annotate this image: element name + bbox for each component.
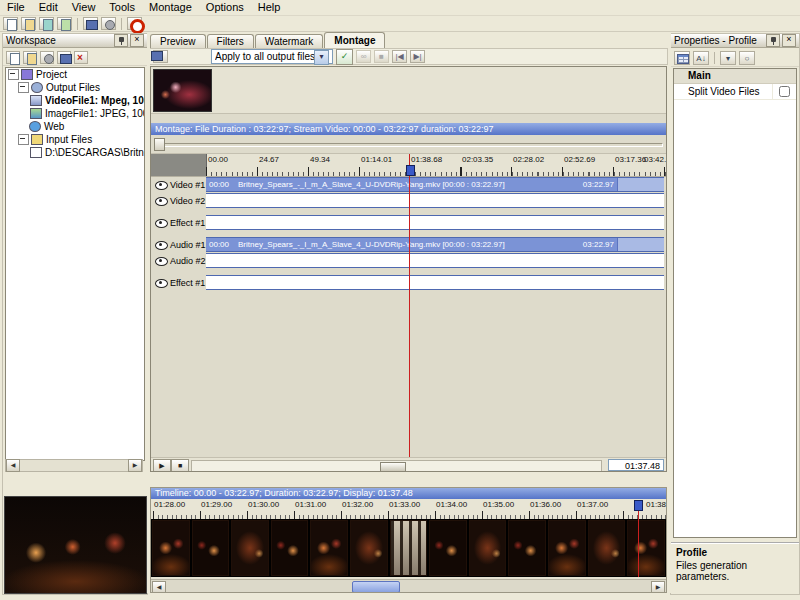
eye-icon[interactable] <box>155 279 168 288</box>
tree-item-output-files[interactable]: Output Files <box>16 81 144 94</box>
timeline-horizontal-scrollbar[interactable]: ◀ ▶ <box>151 579 666 593</box>
menu-options[interactable]: Options <box>199 0 251 15</box>
expander-icon[interactable] <box>18 82 29 93</box>
menu-montage[interactable]: Montage <box>142 0 199 15</box>
close-icon[interactable]: × <box>782 34 796 47</box>
scroll-right-icon[interactable]: ▶ <box>128 459 142 472</box>
left-splitter[interactable] <box>147 33 150 593</box>
remove-file-icon[interactable]: × <box>74 51 88 64</box>
scroll-right-icon[interactable]: ▶ <box>651 581 665 593</box>
montage-mode-icon[interactable] <box>83 17 98 30</box>
tree-horizontal-scrollbar[interactable]: ◀ ▶ <box>5 459 143 472</box>
montage-zoom-slider[interactable] <box>151 137 666 150</box>
close-icon[interactable]: × <box>130 34 144 47</box>
output-files-icon <box>31 82 43 93</box>
montage-horizontal-scrollbar[interactable] <box>191 460 602 472</box>
split-clip-icon[interactable]: ■ <box>374 50 389 63</box>
add-file-icon[interactable] <box>57 17 72 30</box>
audio-clip[interactable]: 00:00 Britney_Spears_-_I_m_A_Slave_4_U-D… <box>206 238 664 251</box>
cut-icon[interactable] <box>57 51 71 64</box>
split-video-checkbox[interactable] <box>779 86 790 97</box>
video-clip[interactable]: 00:00 Britney_Spears_-_I_m_A_Slave_4_U-D… <box>206 178 664 191</box>
settings-icon[interactable] <box>101 17 116 30</box>
record-convert-icon[interactable] <box>127 17 142 30</box>
apply-scope-dropdown[interactable]: Apply to all output files ▾ <box>211 49 333 64</box>
timeline-position-marker[interactable] <box>634 500 643 511</box>
apply-check-icon[interactable]: ✓ <box>336 49 353 65</box>
eye-icon[interactable] <box>155 181 168 190</box>
track-lane[interactable] <box>206 275 664 290</box>
eye-icon[interactable] <box>155 219 168 228</box>
film-frame[interactable] <box>310 520 348 576</box>
scroll-left-icon[interactable]: ◀ <box>152 581 166 593</box>
film-frame[interactable] <box>588 520 626 576</box>
film-frame[interactable] <box>627 520 665 576</box>
tree-item-videofile1[interactable]: VideoFile1: Mpeg, 100% <box>30 94 144 107</box>
save-project-icon[interactable] <box>39 17 54 30</box>
film-frame[interactable] <box>192 520 230 576</box>
montage-position-marker[interactable] <box>406 165 415 176</box>
add-input-file-icon[interactable] <box>23 51 37 64</box>
track-lane[interactable]: 00:00 Britney_Spears_-_I_m_A_Slave_4_U-D… <box>206 237 664 252</box>
chevron-down-icon[interactable]: ▾ <box>314 50 329 65</box>
current-time-display[interactable]: 01:37.48 <box>608 459 664 471</box>
menu-file[interactable]: File <box>0 0 32 15</box>
add-output-file-icon[interactable] <box>6 51 20 64</box>
alphabetical-sort-icon[interactable]: A↓ <box>693 51 709 65</box>
film-frame[interactable] <box>390 520 428 576</box>
eye-icon[interactable] <box>155 197 168 206</box>
film-frame[interactable] <box>350 520 388 576</box>
categorized-view-icon[interactable] <box>674 51 690 65</box>
pin-icon[interactable] <box>766 34 780 47</box>
tab-watermark[interactable]: Watermark <box>255 34 324 48</box>
reset-circle-icon[interactable]: ○ <box>739 51 755 65</box>
scrollbar-thumb[interactable] <box>352 581 400 593</box>
film-frame[interactable] <box>152 520 190 576</box>
right-splitter[interactable] <box>668 33 671 593</box>
expander-icon[interactable] <box>18 134 29 145</box>
timeline-playhead[interactable] <box>638 501 639 577</box>
montage-playhead[interactable] <box>409 154 410 457</box>
menu-view[interactable]: View <box>65 0 103 15</box>
tree-item-input-files[interactable]: Input Files <box>16 133 144 146</box>
go-to-start-icon[interactable]: |◀ <box>392 50 407 63</box>
film-frame[interactable] <box>508 520 546 576</box>
tree-item-imagefile1[interactable]: ImageFile1: JPEG, 100%, Frame: 0 <box>30 107 144 120</box>
track-lane[interactable] <box>206 253 664 268</box>
film-frame[interactable] <box>548 520 586 576</box>
track-lane[interactable] <box>206 215 664 230</box>
tab-filters[interactable]: Filters <box>207 34 254 48</box>
tab-montage[interactable]: Montage <box>324 32 385 48</box>
track-lane[interactable]: 00:00 Britney_Spears_-_I_m_A_Slave_4_U-D… <box>206 177 664 192</box>
film-frame[interactable] <box>469 520 507 576</box>
open-project-icon[interactable] <box>21 17 36 30</box>
eye-icon[interactable] <box>155 257 168 266</box>
film-frame[interactable] <box>429 520 467 576</box>
play-button[interactable]: ▶ <box>153 459 171 472</box>
menu-edit[interactable]: Edit <box>32 0 65 15</box>
new-project-icon[interactable] <box>3 17 18 30</box>
stop-button[interactable]: ■ <box>171 459 189 472</box>
track-lane[interactable] <box>206 193 664 208</box>
go-to-end-icon[interactable]: ▶| <box>410 50 425 63</box>
film-frame[interactable] <box>271 520 309 576</box>
tree-item-input-file[interactable]: D:\DESCARGAS\Britney_Spears_-... <box>30 146 144 159</box>
montage-filter-icon[interactable] <box>153 50 168 63</box>
tree-item-project[interactable]: Project <box>6 68 144 81</box>
slider-thumb[interactable] <box>154 138 165 151</box>
menu-tools[interactable]: Tools <box>102 0 142 15</box>
scroll-left-icon[interactable]: ◀ <box>6 459 20 472</box>
tab-preview[interactable]: Preview <box>150 34 206 48</box>
scrollbar-thumb[interactable] <box>380 462 406 472</box>
film-frame[interactable] <box>231 520 269 576</box>
file-properties-icon[interactable] <box>40 51 54 64</box>
tree-item-web[interactable]: Web <box>16 120 144 133</box>
pin-icon[interactable] <box>114 34 128 47</box>
expander-icon[interactable] <box>8 69 19 80</box>
category-main[interactable]: Main <box>674 69 796 84</box>
output-video-thumbnail[interactable] <box>153 69 212 112</box>
expand-collapse-icon[interactable]: ▾ <box>720 51 736 65</box>
link-streams-icon[interactable]: ∞ <box>356 50 371 63</box>
eye-icon[interactable] <box>155 241 168 250</box>
menu-help[interactable]: Help <box>251 0 288 15</box>
